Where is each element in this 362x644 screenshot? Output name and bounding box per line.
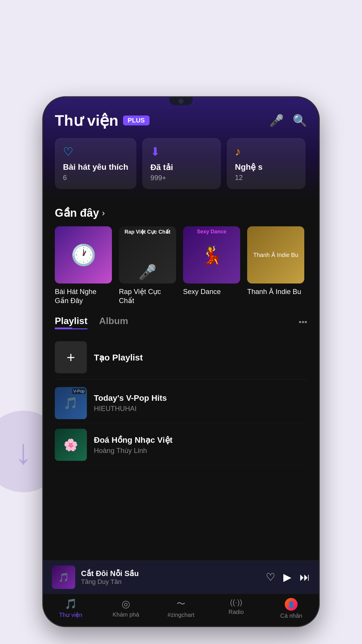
recent-thumb-history: 🕐 <box>55 226 112 284</box>
header-top-row: Thư viện PLUS 🎤 🔍 <box>55 112 307 129</box>
recent-item-thanh[interactable]: Thanh Â Indie Bu Thanh Â Indie Bu <box>247 226 304 305</box>
phone-mockup: Thư viện PLUS 🎤 🔍 ♡ Bài hát yêu thích 6 <box>42 96 320 627</box>
recent-thumb-thanh: Thanh Â Indie Bu <box>247 226 304 284</box>
card-count-artists: 12 <box>235 174 297 182</box>
plus-icon: + <box>66 349 75 366</box>
recent-arrow-icon[interactable]: › <box>102 208 105 218</box>
rap-overlay: 🎤 <box>119 226 176 284</box>
recent-thumb-sexy: Sexy Dance 💃 <box>183 226 240 284</box>
card-count-downloaded: 999+ <box>150 174 213 182</box>
download-arrow-icon: ↓ <box>15 431 32 472</box>
playlist-item-doa[interactable]: 🌸 Đoá Hồng Nhạc Việt Hoàng Thùy Linh <box>55 424 307 466</box>
library-nav-label: Thư viện <box>59 611 82 618</box>
tabs-row: Playlist Album ••• <box>55 316 307 328</box>
download-card-icon: ⬇ <box>150 145 213 158</box>
mini-player[interactable]: 🎵 Cắt Đôi Nỗi Sầu Tăng Duy Tân ♡ ▶ ⏭ <box>43 561 319 594</box>
tab-album[interactable]: Album <box>99 316 128 328</box>
radio-nav-icon: ((·)) <box>230 598 242 607</box>
mini-player-artist: Tăng Duy Tân <box>81 578 260 586</box>
header-title-group: Thư viện PLUS <box>55 112 150 129</box>
plus-badge[interactable]: PLUS <box>123 116 150 125</box>
quick-cards-row: ♡ Bài hát yêu thích 6 ⬇ Đã tải 999+ ♪ Ng… <box>55 138 307 189</box>
side-button <box>319 179 320 214</box>
recent-label-sexy: Sexy Dance <box>183 287 240 296</box>
explore-nav-label: Khám phá <box>113 611 139 618</box>
phone-notch <box>169 97 193 105</box>
card-count-favorites: 6 <box>63 174 128 182</box>
playlist-thumb-doa: 🌸 <box>55 429 87 461</box>
profile-nav-label: Cá nhân <box>280 612 303 619</box>
radio-nav-label: Radio <box>229 609 244 615</box>
tabs-left: Playlist Album <box>55 316 128 328</box>
mini-player-thumbnail: 🎵 <box>52 566 75 589</box>
heart-control-icon[interactable]: ♡ <box>266 571 275 583</box>
nav-item-library[interactable]: 🎵 Thư viện <box>53 598 88 619</box>
nav-item-profile[interactable]: 👤 Cá nhân <box>274 598 309 619</box>
library-nav-icon: 🎵 <box>65 598 77 610</box>
profile-avatar: 👤 <box>285 598 298 611</box>
next-control-icon[interactable]: ⏭ <box>300 571 310 583</box>
recent-items-row: 🕐 Bài Hát Nghe Gần Đây Rap Việt Cực Chất… <box>55 226 307 305</box>
recent-label-rap: Rap Việt Cực Chất <box>119 287 176 305</box>
card-label-artists: Nghệ s <box>235 162 297 172</box>
phone-screen: Thư viện PLUS 🎤 🔍 ♡ Bài hát yêu thích 6 <box>43 97 319 626</box>
playlist-name-vpop: Today's V-Pop Hits <box>94 393 307 403</box>
phone-frame: Thư viện PLUS 🎤 🔍 ♡ Bài hát yêu thích 6 <box>42 96 320 627</box>
playlist-author-vpop: HIEUTHUHAI <box>94 405 307 413</box>
mini-player-info: Cắt Đôi Nỗi Sầu Tăng Duy Tân <box>81 569 260 586</box>
header-icons: 🎤 🔍 <box>269 114 307 127</box>
thanh-thumb-bg: Thanh Â Indie Bu <box>247 226 304 284</box>
tab-playlist-label: Playlist <box>55 316 87 329</box>
artist-card-icon: ♪ <box>235 145 297 158</box>
playlist-name-doa: Đoá Hồng Nhạc Việt <box>94 435 307 445</box>
create-playlist-row[interactable]: + Tạo Playlist <box>55 335 307 379</box>
card-label-downloaded: Đã tải <box>150 162 213 172</box>
recent-item-sexy[interactable]: Sexy Dance 💃 Sexy Dance <box>183 226 240 305</box>
zingchart-nav-label: #zingchart <box>168 612 194 618</box>
playlist-info-doa: Đoá Hồng Nhạc Việt Hoàng Thùy Linh <box>94 435 307 455</box>
card-label-favorites: Bài hát yêu thích <box>63 162 128 172</box>
playlist-item-vpop[interactable]: V-Pop 🎵 Today's V-Pop Hits HIEUTHUHAI <box>55 382 307 424</box>
tab-album-label: Album <box>99 316 128 328</box>
microphone-icon[interactable]: 🎤 <box>269 114 284 127</box>
recent-title: Gần đây <box>55 206 99 219</box>
mini-player-title: Cắt Đôi Nỗi Sầu <box>81 569 260 578</box>
recent-section-header: Gần đây › <box>55 206 307 219</box>
tab-playlist[interactable]: Playlist <box>55 316 87 328</box>
create-playlist-icon: + <box>55 341 87 373</box>
nav-item-radio[interactable]: ((·)) Radio <box>219 598 254 619</box>
app-title: Thư viện <box>55 112 118 129</box>
vpop-label: V-Pop <box>72 388 86 394</box>
doa-thumb-bg: 🌸 <box>55 429 87 461</box>
camera-dot <box>178 99 184 104</box>
quick-card-favorites[interactable]: ♡ Bài hát yêu thích 6 <box>55 138 136 189</box>
mini-thumb-art: 🎵 <box>58 572 69 582</box>
app-header: Thư viện PLUS 🎤 🔍 ♡ Bài hát yêu thích 6 <box>43 97 319 198</box>
nav-item-explore[interactable]: ◎ Khám phá <box>108 598 143 619</box>
search-icon[interactable]: 🔍 <box>293 114 307 127</box>
vpop-thumb-bg: V-Pop 🎵 <box>55 387 87 419</box>
playlist-thumb-vpop: V-Pop 🎵 <box>55 387 87 419</box>
heart-card-icon: ♡ <box>63 145 128 158</box>
sexy-thumb-bg: Sexy Dance 💃 <box>183 226 240 284</box>
playlist-author-doa: Hoàng Thùy Linh <box>94 447 307 455</box>
mini-player-controls: ♡ ▶ ⏭ <box>266 571 310 583</box>
bottom-nav: 🎵 Thư viện ◎ Khám phá 〜 #zingchart ((·))… <box>43 594 319 626</box>
clock-thumb: 🕐 <box>55 226 112 284</box>
sexy-overlay-label: Sexy Dance <box>197 229 226 235</box>
recent-thumb-rap: Rap Việt Cực Chất 🎤 <box>119 226 176 284</box>
recent-label-history: Bài Hát Nghe Gần Đây <box>55 287 112 305</box>
create-playlist-label: Tạo Playlist <box>94 352 143 363</box>
quick-card-artists[interactable]: ♪ Nghệ s 12 <box>227 138 305 189</box>
recent-label-thanh: Thanh Â Indie Bu <box>247 287 304 296</box>
tabs-more-icon[interactable]: ••• <box>299 317 307 327</box>
play-control-icon[interactable]: ▶ <box>283 571 291 583</box>
playlist-info-vpop: Today's V-Pop Hits HIEUTHUHAI <box>94 393 307 413</box>
recent-item-history[interactable]: 🕐 Bài Hát Nghe Gần Đây <box>55 226 112 305</box>
rap-thumb-bg: Rap Việt Cực Chất 🎤 <box>119 226 176 284</box>
zingchart-nav-icon: 〜 <box>177 598 185 610</box>
quick-card-downloaded[interactable]: ⬇ Đã tải 999+ <box>142 138 221 189</box>
explore-nav-icon: ◎ <box>122 598 130 610</box>
nav-item-zingchart[interactable]: 〜 #zingchart <box>164 598 198 619</box>
recent-item-rap[interactable]: Rap Việt Cực Chất 🎤 Rap Việt Cực Chất <box>119 226 176 305</box>
